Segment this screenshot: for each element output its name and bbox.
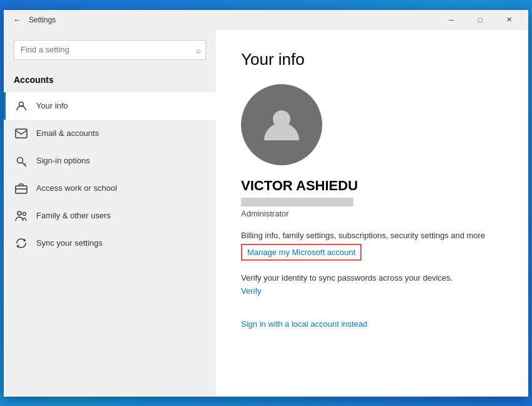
manage-microsoft-account-link[interactable]: Manage my Microsoft account bbox=[241, 244, 362, 261]
avatar bbox=[241, 84, 322, 165]
svg-rect-1 bbox=[16, 129, 27, 138]
sidebar: ⌕ Accounts Your info bbox=[4, 30, 216, 397]
sidebar-item-sync[interactable]: Sync your settings bbox=[4, 230, 216, 257]
sidebar-item-your-info[interactable]: Your info bbox=[4, 92, 216, 120]
family-icon bbox=[14, 208, 29, 223]
billing-text: Billing info, family settings, subscript… bbox=[241, 231, 503, 240]
main-content: Your info VICTOR ASHIEDU Administrator B… bbox=[216, 30, 528, 397]
minimize-button[interactable]: ─ bbox=[437, 10, 466, 30]
sync-icon bbox=[14, 236, 29, 251]
sidebar-item-label: Sync your settings bbox=[36, 238, 102, 248]
user-role: Administrator bbox=[241, 209, 503, 218]
search-input[interactable] bbox=[14, 40, 206, 60]
local-account-link[interactable]: Sign in with a local account instead bbox=[241, 319, 367, 329]
sidebar-item-sign-in[interactable]: Sign-in options bbox=[4, 147, 216, 175]
sidebar-item-email-accounts[interactable]: Email & accounts bbox=[4, 120, 216, 147]
key-icon bbox=[14, 153, 29, 168]
svg-rect-3 bbox=[16, 186, 27, 193]
window-controls: ─ □ ✕ bbox=[437, 10, 523, 30]
svg-point-4 bbox=[17, 211, 21, 215]
verify-link[interactable]: Verify bbox=[241, 286, 503, 296]
content-area: ⌕ Accounts Your info bbox=[4, 30, 528, 397]
window-title: Settings bbox=[29, 16, 437, 24]
sidebar-item-label: Family & other users bbox=[36, 211, 111, 220]
user-name: VICTOR ASHIEDU bbox=[241, 178, 503, 194]
back-button[interactable]: ← bbox=[9, 11, 26, 29]
maximize-button[interactable]: □ bbox=[466, 10, 495, 30]
sidebar-item-label: Email & accounts bbox=[36, 128, 99, 138]
sidebar-item-label: Your info bbox=[36, 101, 68, 110]
sidebar-heading: Accounts bbox=[4, 70, 216, 92]
search-container: ⌕ bbox=[14, 40, 206, 60]
briefcase-icon bbox=[14, 181, 29, 196]
sidebar-item-work-school[interactable]: Access work or school bbox=[4, 175, 216, 202]
svg-point-5 bbox=[23, 212, 26, 215]
person-icon bbox=[14, 99, 29, 114]
user-email-blurred bbox=[241, 198, 353, 206]
title-bar: ← Settings ─ □ ✕ bbox=[4, 10, 528, 30]
settings-window: ← Settings ─ □ ✕ ⌕ Accounts bbox=[4, 10, 528, 397]
verify-text: Verify your identity to sync passwords a… bbox=[241, 273, 503, 283]
email-icon bbox=[14, 126, 29, 141]
close-button[interactable]: ✕ bbox=[495, 10, 523, 30]
search-icon: ⌕ bbox=[196, 45, 201, 54]
sidebar-item-label: Access work or school bbox=[36, 183, 117, 193]
page-title: Your info bbox=[241, 50, 503, 69]
sidebar-item-label: Sign-in options bbox=[36, 156, 90, 165]
sidebar-item-family[interactable]: Family & other users bbox=[4, 202, 216, 230]
svg-point-2 bbox=[17, 157, 23, 163]
